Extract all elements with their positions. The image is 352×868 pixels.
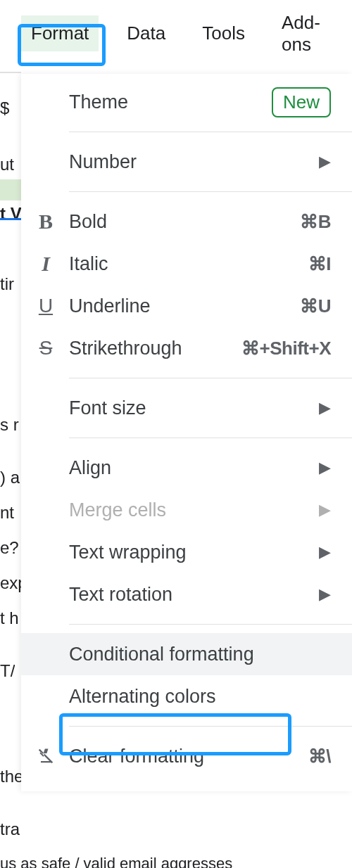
menubar-item-addons[interactable]: Add-ons	[273, 8, 329, 60]
menu-item-italic[interactable]: I Italic ⌘I	[21, 243, 352, 285]
keyboard-shortcut: ⌘B	[300, 211, 331, 233]
spreadsheet-background: $ ut t V tir s r ) a nt e? exp t h T/ th…	[0, 0, 21, 868]
chevron-right-icon: ▶	[319, 459, 331, 477]
menubar-item-format[interactable]: Format	[21, 15, 99, 51]
menu-item-label: Number	[62, 151, 319, 173]
menu-item-label: Text wrapping	[62, 542, 319, 563]
menu-item-label: Theme	[62, 91, 272, 113]
italic-icon: I	[42, 252, 50, 276]
menu-item-label: Text rotation	[62, 584, 319, 606]
chevron-right-icon: ▶	[319, 153, 331, 171]
chevron-right-icon: ▶	[319, 501, 331, 519]
keyboard-shortcut: ⌘+Shift+X	[241, 338, 331, 359]
menu-item-text-rotation[interactable]: Text rotation ▶	[21, 573, 352, 615]
menu-item-font-size[interactable]: Font size ▶	[21, 387, 352, 429]
menubar-item-tools[interactable]: Tools	[194, 18, 253, 49]
menu-item-label: Bold	[62, 211, 300, 233]
chevron-right-icon: ▶	[319, 399, 331, 417]
menubar: Format Data Tools Add-ons He	[0, 0, 352, 67]
new-badge: New	[272, 87, 331, 117]
menu-item-theme[interactable]: Theme New	[21, 81, 352, 123]
keyboard-shortcut: ⌘\	[308, 746, 331, 767]
menubar-item-help[interactable]: He	[348, 18, 352, 49]
strikethrough-icon: S	[39, 337, 53, 359]
menu-divider	[69, 726, 352, 727]
menu-item-clear-formatting[interactable]: Clear formatting ⌘\	[21, 735, 352, 777]
menubar-item-data[interactable]: Data	[118, 18, 174, 49]
menu-divider	[69, 132, 352, 132]
underline-icon: U	[39, 295, 53, 317]
menu-divider	[69, 191, 352, 192]
menu-item-label: Merge cells	[62, 499, 319, 521]
menu-item-label: Conditional formatting	[62, 644, 331, 665]
chevron-right-icon: ▶	[319, 543, 331, 561]
menu-item-label: Italic	[62, 253, 308, 275]
menu-item-label: Align	[62, 457, 319, 479]
format-menu-dropdown: Theme New Number ▶ B Bold ⌘B I Italic ⌘I…	[21, 74, 352, 791]
menu-item-alternating-colors[interactable]: Alternating colors	[21, 675, 352, 717]
menu-item-strikethrough[interactable]: S Strikethrough ⌘+Shift+X	[21, 327, 352, 369]
menu-item-label: Underline	[62, 295, 300, 317]
menu-item-label: Strikethrough	[62, 338, 241, 359]
menu-item-merge-cells: Merge cells ▶	[21, 489, 352, 531]
clear-formatting-icon	[30, 746, 62, 766]
menu-item-label: Font size	[62, 397, 319, 419]
menu-divider	[69, 378, 352, 378]
chevron-right-icon: ▶	[319, 585, 331, 604]
keyboard-shortcut: ⌘U	[300, 295, 331, 317]
menu-item-label: Alternating colors	[62, 686, 331, 708]
menu-item-underline[interactable]: U Underline ⌘U	[21, 285, 352, 327]
menu-item-text-wrapping[interactable]: Text wrapping ▶	[21, 531, 352, 573]
menu-item-conditional-formatting[interactable]: Conditional formatting	[21, 633, 352, 675]
bold-icon: B	[39, 210, 53, 234]
menu-divider	[69, 438, 352, 438]
menu-item-label: Clear formatting	[62, 746, 308, 767]
menu-item-align[interactable]: Align ▶	[21, 447, 352, 489]
keyboard-shortcut: ⌘I	[308, 253, 331, 275]
menu-item-bold[interactable]: B Bold ⌘B	[21, 200, 352, 243]
menu-divider	[69, 624, 352, 625]
menu-item-number[interactable]: Number ▶	[21, 141, 352, 183]
